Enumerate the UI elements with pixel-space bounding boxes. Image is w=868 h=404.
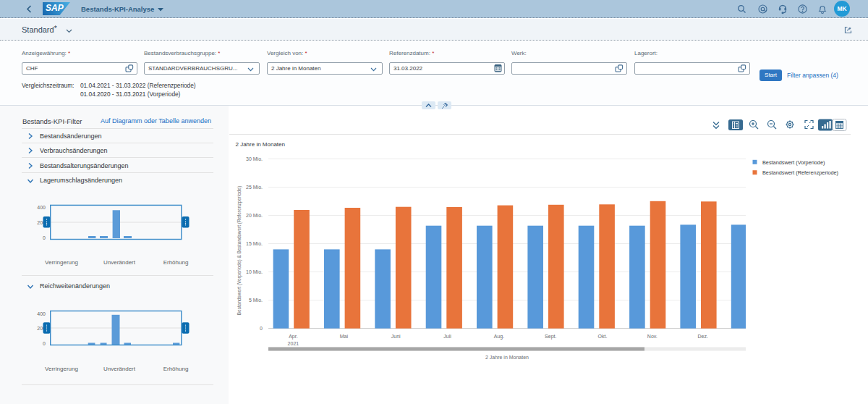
svg-text:Okt.: Okt. (598, 334, 608, 339)
svg-text:Erhöhung: Erhöhung (163, 259, 189, 266)
svg-text:25 Mio.: 25 Mio. (246, 185, 263, 190)
svg-text:0: 0 (43, 341, 46, 346)
svg-text:Bestandswert (Vorperiode) & Be: Bestandswert (Vorperiode) & Bestandswert… (237, 186, 242, 315)
svg-text:Erhöhung: Erhöhung (163, 366, 189, 372)
svg-text:30 Mio.: 30 Mio. (246, 156, 263, 161)
svg-text:0: 0 (260, 326, 263, 331)
svg-text:2021: 2021 (288, 341, 299, 346)
svg-text:Bestandswert (Vorperiode): Bestandswert (Vorperiode) (762, 159, 825, 166)
svg-text:Mai: Mai (340, 334, 349, 339)
svg-text:Juni: Juni (391, 334, 401, 339)
svg-text:Dez.: Dez. (697, 334, 707, 339)
svg-text:Unverändert: Unverändert (103, 259, 136, 266)
svg-text:15 Mio.: 15 Mio. (246, 241, 263, 246)
svg-text:Verringerung: Verringerung (45, 366, 78, 372)
svg-text:Bestandswert (Referenzperiode): Bestandswert (Referenzperiode) (762, 169, 838, 176)
svg-text:Unverändert: Unverändert (103, 366, 136, 372)
svg-text:400: 400 (37, 205, 46, 210)
svg-text:2 Jahre in Monaten: 2 Jahre in Monaten (485, 355, 529, 360)
svg-text:Aug.: Aug. (494, 334, 504, 340)
svg-text:5 Mio.: 5 Mio. (249, 298, 263, 303)
svg-text:2 Jahre in Monaten: 2 Jahre in Monaten (236, 141, 286, 148)
svg-text:400: 400 (37, 311, 46, 316)
svg-text:Nov.: Nov. (647, 334, 658, 339)
svg-text:10 Mio.: 10 Mio. (246, 269, 263, 274)
svg-text:Apr.: Apr. (289, 334, 298, 340)
svg-text:Verringerung: Verringerung (45, 259, 78, 266)
svg-text:20 Mio.: 20 Mio. (246, 213, 263, 218)
svg-text:0: 0 (43, 235, 46, 240)
svg-text:Sept.: Sept. (545, 334, 556, 340)
svg-text:Juli: Juli (443, 334, 451, 339)
